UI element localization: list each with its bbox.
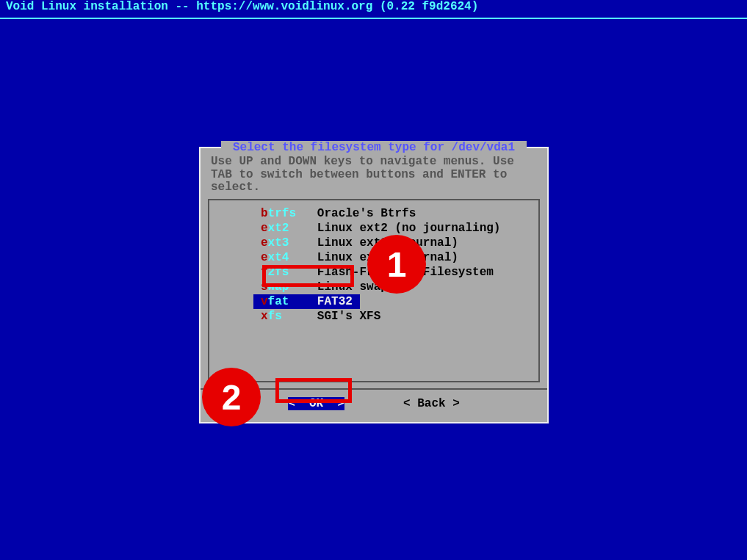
fs-option-f2fs[interactable]: f2fs Flash-Friendly Filesystem <box>209 265 538 280</box>
fs-option-swap[interactable]: swap Linux swap <box>209 280 538 294</box>
filesystem-dialog: Select the filesystem type for /dev/vda1… <box>199 147 549 423</box>
ok-button[interactable]: < OK > <box>288 397 344 410</box>
dialog-instructions: Use UP and DOWN keys to navigate menus. … <box>208 154 540 199</box>
dialog-buttons: < OK > < Back > <box>208 390 540 415</box>
back-button[interactable]: < Back > <box>403 397 460 410</box>
dialog-title: Select the filesystem type for /dev/vda1 <box>221 141 526 154</box>
fs-option-ext4[interactable]: ext4 Linux ext4 (journal) <box>209 250 538 265</box>
installer-header: Void Linux installation -- https://www.v… <box>0 0 747 13</box>
fs-option-ext2[interactable]: ext2 Linux ext2 (no journaling) <box>209 221 538 236</box>
fs-option-btrfs[interactable]: btrfs Oracle's Btrfs <box>209 206 538 221</box>
fs-option-ext3[interactable]: ext3 Linux ext3 (journal) <box>209 236 538 250</box>
header-rule <box>0 18 747 19</box>
fs-option-xfs[interactable]: xfs SGI's XFS <box>209 309 538 324</box>
filesystem-list[interactable]: btrfs Oracle's Btrfsext2 Linux ext2 (no … <box>208 199 540 382</box>
fs-option-vfat[interactable]: vfat FAT32 <box>253 294 360 309</box>
